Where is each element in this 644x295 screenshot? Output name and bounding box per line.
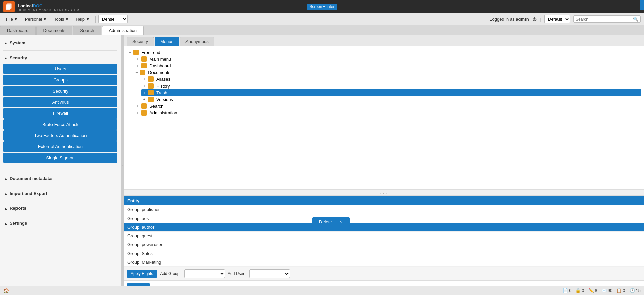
tree-area: − Front end + Main menu + Dash: [124, 46, 644, 190]
expand-mainmenu: +: [135, 57, 140, 61]
tree-node-frontend[interactable]: − Front end: [128, 49, 641, 56]
sidebar-btn-brute-force[interactable]: Brute Force Attack: [3, 119, 117, 130]
separator2: |: [540, 17, 541, 22]
entity-row-marketing[interactable]: Group: Marketing: [124, 258, 644, 267]
tab-documents[interactable]: Documents: [36, 26, 73, 35]
tree-node-dashboard[interactable]: + Dashboard: [135, 62, 641, 69]
sidebar-divider-5: [3, 216, 117, 216]
status-file: 📋 0: [616, 288, 625, 293]
status-timezone: 🕐 15: [630, 288, 641, 293]
tree-node-aliases[interactable]: + Aliases: [141, 76, 641, 83]
sidebar-collapse-handle[interactable]: ⋮: [121, 35, 124, 295]
sidebar-btn-users[interactable]: Users: [3, 64, 117, 74]
tree-children-frontend: + Main menu + Dashboard − Documen: [128, 56, 641, 116]
sidebar-section-system[interactable]: ▲ System: [0, 38, 121, 48]
expand-search: +: [135, 104, 140, 108]
tree-node-versions[interactable]: + Versions: [141, 96, 641, 103]
add-user-select[interactable]: [249, 269, 290, 278]
tab-administration[interactable]: Administration: [102, 26, 144, 35]
resize-handle[interactable]: .....: [124, 190, 644, 195]
tree-node-history[interactable]: + History: [141, 83, 641, 89]
svg-rect-2: [6, 4, 11, 9]
file-menu[interactable]: File ▼: [3, 15, 21, 23]
sidebar-btn-groups[interactable]: Groups: [3, 75, 117, 85]
help-menu[interactable]: Help ▼: [73, 15, 93, 23]
default-select[interactable]: Default: [544, 15, 570, 23]
entity-row-poweruser[interactable]: Group: poweruser: [124, 240, 644, 249]
sidebar: ▲ System ▲ Security Users Groups Securit…: [0, 35, 121, 295]
sidebar-section-doc-metadata[interactable]: ▲ Document metadata: [0, 173, 121, 184]
status-lock: 🔒 0: [575, 288, 584, 293]
sidebar-divider-4: [3, 201, 117, 201]
folder-icon-history: [148, 83, 154, 89]
tree-label-aliases: Aliases: [156, 77, 170, 82]
folder-icon-frontend: [133, 50, 139, 55]
expand-history: +: [142, 84, 147, 88]
sub-tabs: Security Menus Anonymous: [124, 35, 644, 46]
entity-row-sales[interactable]: Group: Sales: [124, 249, 644, 258]
status-icon-home: 🏠: [3, 288, 9, 293]
file-chevron-icon: ▼: [14, 17, 18, 22]
sidebar-btn-antivirus[interactable]: Antivirus: [3, 97, 117, 107]
logo-brand: LogicalDOC: [18, 2, 79, 8]
entity-row-guest[interactable]: Group: guest: [124, 232, 644, 240]
entity-row-aos[interactable]: Group: aos: [124, 214, 644, 223]
tree-label-frontend: Front end: [141, 50, 160, 55]
personal-menu[interactable]: Personal ▼: [22, 15, 50, 23]
sub-tab-anonymous[interactable]: Anonymous: [180, 37, 214, 46]
sub-tab-security[interactable]: Security: [127, 37, 154, 46]
import-export-chevron-icon: ▲: [4, 192, 8, 196]
sidebar-btn-ext-auth[interactable]: External Authentication: [3, 141, 117, 152]
power-icon[interactable]: ⏻: [532, 17, 537, 22]
lock-icon: 🔒: [575, 288, 581, 293]
logo: LogicalDOC DOCUMENT MANAGEMENT SYSTEM: [3, 1, 79, 12]
apply-rights-button[interactable]: Apply Rights: [127, 270, 157, 278]
search-input[interactable]: [576, 17, 633, 22]
sidebar-section-reports[interactable]: ▲ Reports: [0, 203, 121, 214]
file-icon: 📋: [616, 288, 622, 293]
tools-menu[interactable]: Tools ▼: [51, 15, 72, 23]
sidebar-btn-sso[interactable]: Single Sign-on: [3, 153, 117, 163]
search-bar: 🔍: [573, 15, 641, 23]
folder-icon-dashboard: [141, 63, 147, 68]
entity-row-publisher[interactable]: Group: publisher: [124, 205, 644, 214]
menu-separator: [95, 16, 96, 23]
search-icon[interactable]: 🔍: [633, 17, 638, 22]
sidebar-section-settings[interactable]: ▲ Settings: [0, 218, 121, 228]
tab-search[interactable]: Search: [73, 26, 101, 35]
status-mail: ✉️ 90: [601, 288, 612, 293]
delete-context-menu[interactable]: Delete ↖: [312, 217, 350, 226]
tree-label-history: History: [156, 84, 170, 89]
doc-metadata-chevron-icon: ▲: [4, 177, 8, 181]
tools-chevron-icon: ▼: [65, 17, 69, 22]
tree-node-trash[interactable]: + Trash: [141, 89, 641, 96]
sidebar-divider-3: [3, 186, 117, 186]
sub-tab-menus[interactable]: Menus: [155, 37, 179, 46]
edit-icon: ✏️: [588, 288, 594, 293]
folder-icon-administration: [141, 110, 147, 116]
entity-row-author[interactable]: Group: author: [124, 223, 644, 232]
tree-node-documents[interactable]: − Documents: [135, 69, 641, 76]
screenhunter-label: ScreenHunter: [307, 4, 337, 10]
sidebar-section-security[interactable]: ▲ Security: [0, 53, 121, 63]
tree-node-administration[interactable]: + Administration: [135, 109, 641, 116]
sidebar-section-import-export[interactable]: ▲ Import and Export: [0, 188, 121, 199]
tab-dashboard[interactable]: Dashboard: [0, 26, 36, 35]
sidebar-btn-security[interactable]: Security: [3, 86, 117, 96]
tree-label-trash: Trash: [156, 90, 167, 95]
mail-icon: ✉️: [601, 288, 607, 293]
density-select[interactable]: Dense Compact Regular: [98, 15, 128, 23]
sidebar-btn-firewall[interactable]: Firewall: [3, 108, 117, 119]
tree-node-mainmenu[interactable]: + Main menu: [135, 56, 641, 62]
sidebar-btn-2fa[interactable]: Two Factors Authentication: [3, 130, 117, 141]
tree-node-search[interactable]: + Search: [135, 103, 641, 109]
sidebar-divider-1: [3, 50, 117, 51]
content-area: Security Menus Anonymous − Front end + M: [124, 35, 644, 295]
logo-icon: [3, 1, 15, 12]
folder-icon-documents: [140, 70, 145, 75]
expand-aliases: +: [142, 77, 147, 81]
add-group-select[interactable]: [184, 269, 225, 278]
right-menu: Logged in as admin ⏻ | Default 🔍: [489, 15, 641, 23]
folder-icon-search: [141, 103, 147, 109]
tree-label-mainmenu: Main menu: [149, 57, 171, 62]
